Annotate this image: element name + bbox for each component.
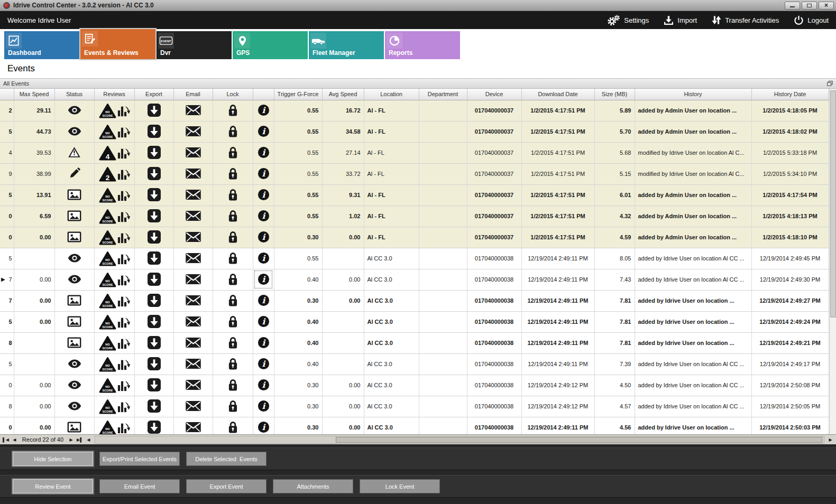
reviews-cell[interactable]: NOSCORE bbox=[94, 248, 134, 269]
event-row[interactable]: 938.992i0.5533.72Al - FL0170400000371/2/… bbox=[0, 163, 829, 184]
delete-selected-events-button[interactable]: Delete Selected Events bbox=[186, 452, 267, 466]
email-cell[interactable] bbox=[173, 290, 213, 311]
lock-cell[interactable] bbox=[213, 396, 253, 417]
lock-cell[interactable] bbox=[213, 417, 253, 434]
status-cell[interactable] bbox=[54, 227, 94, 248]
info-cell[interactable]: i bbox=[253, 332, 274, 353]
hscroll-left-arrow[interactable]: ◀ bbox=[85, 437, 93, 442]
close-button[interactable]: × bbox=[819, 2, 834, 10]
lock-cell[interactable] bbox=[213, 248, 253, 269]
event-row[interactable]: 513.91NOSCOREi0.559.31Al - FL01704000003… bbox=[0, 184, 829, 206]
column-header-export[interactable]: Export bbox=[134, 89, 173, 100]
export-cell[interactable] bbox=[134, 353, 173, 375]
email-cell[interactable] bbox=[173, 417, 213, 434]
export-cell[interactable] bbox=[134, 121, 173, 142]
status-cell[interactable] bbox=[54, 396, 94, 417]
info-cell[interactable]: i bbox=[253, 184, 274, 206]
info-cell[interactable]: i bbox=[253, 353, 274, 375]
column-header-history-date[interactable]: History Date bbox=[751, 89, 829, 100]
event-row[interactable]: ▶70.00NOSCOREi0.400.00Al CC 3.0017040000… bbox=[0, 269, 829, 290]
event-row[interactable]: 439.534i0.5527.14Al - FL0170400000371/2/… bbox=[0, 142, 829, 163]
event-row[interactable]: 80.00NOSCOREi0.300.00Al CC 3.00170400000… bbox=[0, 396, 829, 417]
hide-selection-button[interactable]: Hide Selection bbox=[13, 452, 93, 466]
email-cell[interactable] bbox=[173, 332, 213, 353]
lock-cell[interactable] bbox=[213, 206, 253, 227]
next-record-button[interactable]: ▶ bbox=[67, 437, 75, 442]
export-cell[interactable] bbox=[134, 396, 173, 417]
column-header-avg-speed[interactable]: Avg Speed bbox=[322, 89, 364, 100]
menu-action-logout[interactable]: Logout bbox=[794, 15, 829, 25]
lock-cell[interactable] bbox=[213, 184, 253, 206]
export-cell[interactable] bbox=[134, 332, 173, 353]
info-cell[interactable]: i bbox=[253, 206, 274, 227]
lock-cell[interactable] bbox=[213, 142, 253, 163]
event-row[interactable]: 5NOSCOREi0.55Al CC 3.001704000003812/19/… bbox=[0, 248, 829, 269]
reviews-cell[interactable]: NOSCORE bbox=[94, 227, 134, 248]
status-cell[interactable] bbox=[54, 332, 94, 353]
event-row[interactable]: 00.00NOSCOREi0.300.00Al CC 3.00170400000… bbox=[0, 417, 829, 434]
horizontal-scrollbar-thumb[interactable] bbox=[336, 437, 822, 443]
event-row[interactable]: 00.00NOSCOREi0.300.00Al - FL017040000037… bbox=[0, 227, 829, 248]
prev-record-button[interactable]: ◀ bbox=[11, 437, 19, 442]
export-event-button[interactable]: Export Event bbox=[186, 479, 267, 493]
column-header-download-date[interactable]: Download Date bbox=[521, 89, 594, 100]
lock-cell[interactable] bbox=[213, 353, 253, 375]
hscroll-right-arrow[interactable]: ▶ bbox=[826, 437, 834, 442]
export-cell[interactable] bbox=[134, 248, 173, 269]
export-cell[interactable] bbox=[134, 311, 173, 332]
column-header-status[interactable]: Status bbox=[54, 89, 94, 100]
export-cell[interactable] bbox=[134, 417, 173, 434]
reviews-cell[interactable]: NOSCORE bbox=[94, 269, 134, 290]
status-cell[interactable] bbox=[54, 290, 94, 311]
minimize-button[interactable] bbox=[785, 2, 800, 10]
status-cell[interactable] bbox=[54, 142, 94, 163]
menu-action-settings[interactable]: Settings bbox=[607, 15, 649, 26]
event-row[interactable]: 544.73NOSCOREi0.5534.58Al - FL0170400000… bbox=[0, 121, 829, 142]
email-cell[interactable] bbox=[173, 311, 213, 332]
status-cell[interactable] bbox=[54, 248, 94, 269]
lock-cell[interactable] bbox=[213, 100, 253, 121]
info-cell[interactable]: i bbox=[253, 269, 274, 290]
reviews-cell[interactable]: NOSCORE bbox=[94, 353, 134, 375]
attachments-button[interactable]: Attachments bbox=[273, 479, 353, 493]
email-cell[interactable] bbox=[173, 269, 213, 290]
review-event-button[interactable]: Review Event bbox=[13, 479, 93, 493]
status-cell[interactable] bbox=[54, 100, 94, 121]
menu-action-import[interactable]: Import bbox=[664, 15, 697, 25]
info-cell[interactable]: i bbox=[253, 163, 274, 184]
lock-cell[interactable] bbox=[213, 332, 253, 353]
vertical-scrollbar-thumb[interactable] bbox=[830, 90, 836, 318]
status-cell[interactable] bbox=[54, 417, 94, 434]
column-header-blank-0[interactable] bbox=[0, 89, 14, 100]
event-row[interactable]: 50.00NOSCOREi0.40Al CC 3.001704000003812… bbox=[0, 311, 829, 332]
last-record-button[interactable]: ▶▌ bbox=[76, 437, 84, 442]
tab-gps[interactable]: GPS bbox=[233, 31, 308, 59]
event-row[interactable]: 229.11NOSCOREi0.5516.72Al - FL0170400000… bbox=[0, 100, 829, 121]
vertical-scrollbar[interactable] bbox=[829, 89, 836, 434]
email-cell[interactable] bbox=[173, 121, 213, 142]
email-cell[interactable] bbox=[173, 248, 213, 269]
info-cell[interactable]: i bbox=[253, 248, 274, 269]
column-header-device[interactable]: Device bbox=[467, 89, 521, 100]
lock-cell[interactable] bbox=[213, 269, 253, 290]
email-cell[interactable] bbox=[173, 142, 213, 163]
email-cell[interactable] bbox=[173, 396, 213, 417]
column-header-blank-7[interactable] bbox=[253, 89, 274, 100]
column-header-reviews[interactable]: Reviews bbox=[94, 89, 134, 100]
reviews-cell[interactable]: NOSCORE bbox=[94, 417, 134, 434]
column-header-department[interactable]: Department bbox=[419, 89, 467, 100]
info-cell[interactable]: i bbox=[253, 290, 274, 311]
reviews-cell[interactable]: NOSCORE bbox=[94, 100, 134, 121]
lock-cell[interactable] bbox=[213, 290, 253, 311]
email-cell[interactable] bbox=[173, 375, 213, 396]
column-header-location[interactable]: Location bbox=[364, 89, 419, 100]
maximize-button[interactable] bbox=[802, 2, 817, 10]
menu-action-transfer-activities[interactable]: Transfer Activities bbox=[712, 15, 779, 25]
reviews-cell[interactable]: NOSCORE bbox=[94, 121, 134, 142]
horizontal-scrollbar[interactable] bbox=[95, 436, 824, 444]
info-cell[interactable]: i bbox=[253, 100, 274, 121]
export-cell[interactable] bbox=[134, 100, 173, 121]
export-cell[interactable] bbox=[134, 163, 173, 184]
info-cell[interactable]: i bbox=[253, 396, 274, 417]
reviews-cell[interactable]: NOSCORE bbox=[94, 396, 134, 417]
